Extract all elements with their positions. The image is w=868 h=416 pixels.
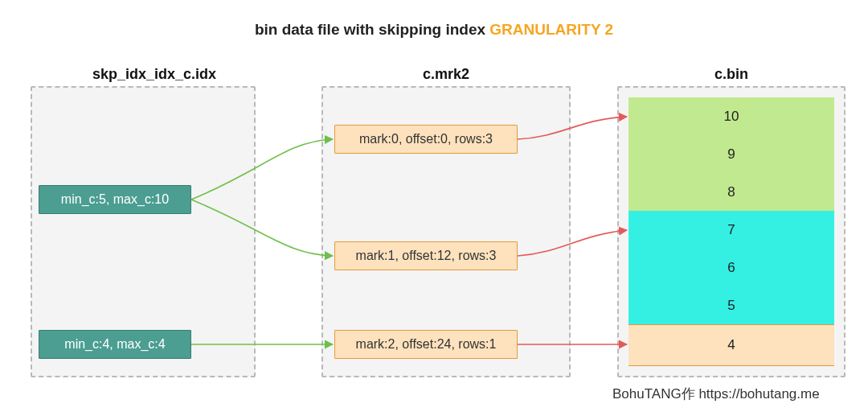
- col-header-idx: skp_idx_idx_c.idx: [42, 66, 267, 83]
- mark-row-1: mark:1, offset:12, rows:3: [334, 241, 518, 270]
- bin-cell-0: 10: [628, 97, 834, 135]
- col-header-bin: c.bin: [619, 66, 844, 83]
- credit-author: BohuTANG作: [612, 386, 698, 402]
- bin-cell-6: 4: [628, 324, 834, 366]
- bin-cell-4: 6: [628, 249, 834, 286]
- bin-cell-3: 7: [628, 211, 834, 249]
- mark-row-2: mark:2, offset:24, rows:1: [334, 330, 518, 359]
- bin-cell-2: 8: [628, 173, 834, 211]
- credit-url: https://bohutang.me: [698, 386, 819, 402]
- diagram-canvas: bin data file with skipping index GRANUL…: [0, 0, 868, 416]
- bin-cell-5: 5: [628, 286, 834, 324]
- col-header-mrk: c.mrk2: [338, 66, 555, 83]
- idx-row-0: min_c:5, max_c:10: [39, 185, 191, 214]
- mark-row-0: mark:0, offset:0, rows:3: [334, 125, 518, 154]
- idx-row-1: min_c:4, max_c:4: [39, 330, 191, 359]
- page-title: bin data file with skipping index GRANUL…: [0, 21, 868, 39]
- bin-cell-1: 9: [628, 135, 834, 173]
- title-highlight: GRANULARITY 2: [489, 21, 613, 38]
- title-prefix: bin data file with skipping index: [255, 21, 489, 38]
- credit: BohuTANG作 https://bohutang.me: [612, 385, 820, 403]
